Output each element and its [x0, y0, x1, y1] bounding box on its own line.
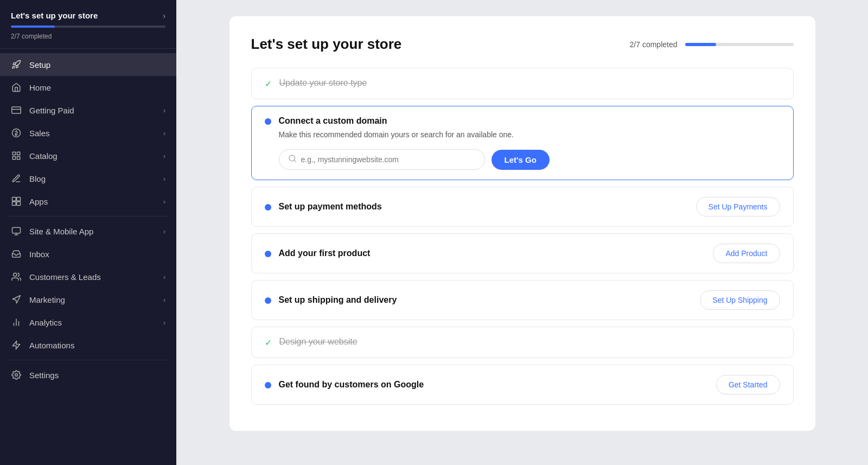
sidebar-completed-text: 2/7 completed: [11, 33, 52, 40]
svg-rect-3: [12, 152, 15, 155]
sidebar-item-label-getting-paid: Getting Paid: [29, 106, 74, 115]
sidebar-item-marketing[interactable]: Marketing ›: [0, 288, 176, 311]
sidebar-item-catalog[interactable]: Catalog ›: [0, 144, 176, 167]
sidebar-item-automations[interactable]: Automations: [0, 334, 176, 356]
step-title-product: Add your first product: [279, 249, 371, 258]
svg-point-12: [14, 273, 17, 276]
chevron-right-icon-analytics: ›: [163, 319, 165, 327]
chevron-right-icon-catalog: ›: [163, 152, 165, 160]
chevron-right-icon-marketing: ›: [163, 296, 165, 304]
sidebar-header: Let's set up your store › 2/7 completed: [0, 0, 176, 49]
step-connect-domain[interactable]: Connect a custom domain Make this recomm…: [251, 106, 794, 180]
sidebar-store-title: Let's set up your store: [11, 11, 98, 20]
sidebar-nav: Setup Home Getting Paid ›: [0, 49, 176, 465]
chevron-right-icon-apps: ›: [163, 198, 165, 206]
step-dot-payment: [265, 204, 271, 211]
sidebar-item-apps[interactable]: Apps ›: [0, 190, 176, 213]
svg-rect-6: [17, 157, 20, 160]
sidebar-item-label-automations: Automations: [29, 341, 74, 350]
sidebar-item-sales[interactable]: Sales ›: [0, 122, 176, 144]
step-dot-product: [265, 251, 271, 257]
apps-icon: [11, 196, 22, 207]
svg-rect-4: [17, 152, 20, 155]
sidebar: Let's set up your store › 2/7 completed …: [0, 0, 176, 465]
check-icon-store-type: ✓: [265, 79, 272, 89]
lets-go-button[interactable]: Let's Go: [492, 150, 550, 170]
step-dot-google: [265, 382, 271, 388]
sidebar-item-home[interactable]: Home: [0, 76, 176, 99]
dollar-icon: [11, 128, 22, 138]
sidebar-item-label-blog: Blog: [29, 174, 46, 183]
sidebar-item-label-inbox: Inbox: [29, 250, 49, 259]
sidebar-progress-bar-bg: [11, 26, 165, 28]
sidebar-item-label-apps: Apps: [29, 197, 48, 206]
step-google[interactable]: Get found by customers on Google Get Sta…: [251, 365, 794, 405]
step-title-update-store: Update your store type: [279, 78, 367, 88]
main-content: Let's set up your store 2/7 completed ✓ …: [176, 0, 868, 465]
card-progress-bar-fill: [685, 43, 716, 46]
sidebar-item-blog[interactable]: Blog ›: [0, 167, 176, 190]
users-icon: [11, 271, 22, 282]
step-title-shipping: Set up shipping and delivery: [279, 295, 397, 305]
svg-marker-16: [12, 341, 20, 349]
step-dot-domain: [265, 118, 271, 125]
sidebar-item-site-mobile[interactable]: Site & Mobile App ›: [0, 220, 176, 243]
sidebar-item-label-site-mobile: Site & Mobile App: [29, 227, 93, 236]
domain-search-input[interactable]: [301, 155, 476, 164]
sidebar-item-label-setup: Setup: [29, 60, 50, 69]
card-progress-bar-bg: [685, 43, 794, 46]
setup-card: Let's set up your store 2/7 completed ✓ …: [229, 16, 815, 431]
svg-rect-0: [12, 107, 21, 113]
domain-search-box: [279, 149, 485, 170]
home-icon: [11, 82, 22, 93]
svg-rect-9: [12, 202, 16, 206]
sidebar-item-inbox[interactable]: Inbox: [0, 243, 176, 265]
megaphone-icon: [11, 294, 22, 305]
tag-icon: [11, 105, 22, 116]
set-up-payments-button[interactable]: Set Up Payments: [696, 197, 780, 216]
sidebar-item-label-analytics: Analytics: [29, 318, 62, 327]
chevron-right-icon-blog: ›: [163, 175, 165, 183]
step-shipping[interactable]: Set up shipping and delivery Set Up Ship…: [251, 280, 794, 320]
sidebar-item-setup[interactable]: Setup: [0, 53, 176, 76]
chart-icon: [11, 317, 22, 328]
sidebar-chevron-icon[interactable]: ›: [163, 11, 165, 20]
step-update-store-type[interactable]: ✓ Update your store type: [251, 68, 794, 99]
step-title-payment: Set up payment methods: [279, 202, 382, 212]
card-title: Let's set up your store: [251, 36, 402, 53]
svg-line-19: [294, 160, 296, 162]
gear-icon: [11, 370, 22, 380]
step-payment-methods[interactable]: Set up payment methods Set Up Payments: [251, 187, 794, 227]
get-started-button[interactable]: Get Started: [716, 375, 780, 394]
step-domain-search-row: Let's Go: [279, 149, 550, 170]
chevron-right-icon-sales: ›: [163, 129, 165, 137]
svg-point-17: [15, 374, 18, 377]
sidebar-item-label-customers: Customers & Leads: [29, 272, 101, 282]
svg-rect-8: [17, 198, 21, 201]
sidebar-item-customers-leads[interactable]: Customers & Leads ›: [0, 265, 176, 288]
pen-icon: [11, 173, 22, 184]
step-add-product[interactable]: Add your first product Add Product: [251, 233, 794, 273]
card-header: Let's set up your store 2/7 completed: [251, 36, 794, 53]
step-title-domain: Connect a custom domain: [279, 116, 387, 126]
bolt-icon: [11, 340, 22, 351]
search-icon: [288, 154, 297, 165]
chevron-right-icon-site: ›: [163, 227, 165, 235]
card-progress-text: 2/7 completed: [630, 40, 678, 49]
add-product-button[interactable]: Add Product: [713, 244, 780, 263]
sidebar-item-label-home: Home: [29, 83, 51, 92]
step-design-website[interactable]: ✓ Design your website: [251, 327, 794, 358]
sidebar-item-label-sales: Sales: [29, 129, 50, 138]
sidebar-item-analytics[interactable]: Analytics ›: [0, 311, 176, 334]
sidebar-item-settings[interactable]: Settings: [0, 364, 176, 386]
nav-divider-2: [9, 360, 168, 360]
card-progress: 2/7 completed: [630, 40, 794, 49]
sidebar-progress-bar-fill: [11, 26, 55, 28]
sidebar-item-getting-paid[interactable]: Getting Paid ›: [0, 99, 176, 122]
set-up-shipping-button[interactable]: Set Up Shipping: [700, 290, 780, 310]
chevron-right-icon: ›: [163, 106, 165, 114]
check-icon-design: ✓: [265, 337, 272, 348]
monitor-icon: [11, 226, 22, 237]
svg-rect-5: [12, 157, 15, 160]
rocket-icon: [11, 59, 22, 70]
